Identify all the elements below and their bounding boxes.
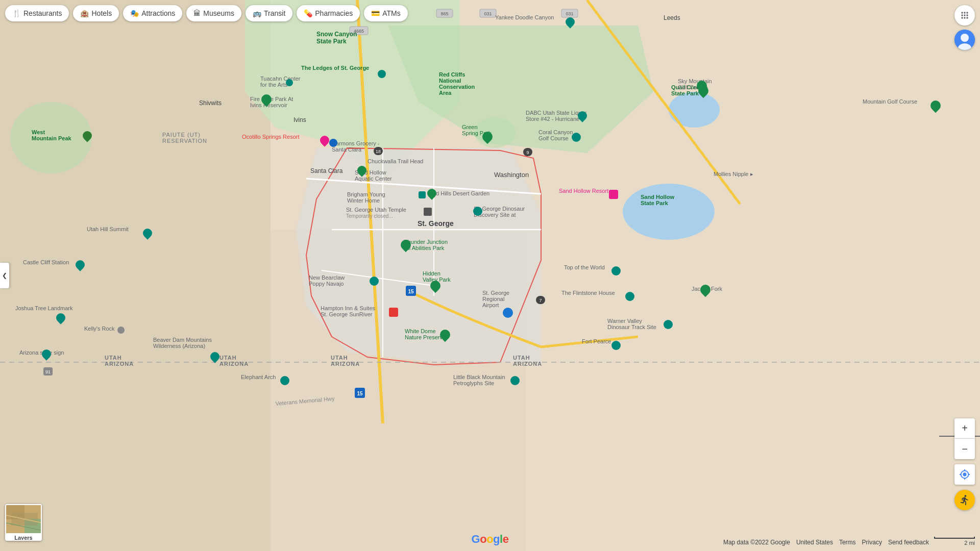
scale-line — [934, 537, 975, 539]
scale-label: 2 mi — [964, 540, 975, 546]
map-data-label: Map data ©2022 Google — [723, 539, 790, 546]
svg-text:15: 15 — [357, 391, 363, 396]
svg-text:91: 91 — [45, 369, 51, 374]
svg-text:9: 9 — [526, 150, 529, 155]
marker-harmons[interactable] — [329, 139, 337, 147]
marker-sg-dino[interactable] — [473, 207, 482, 216]
layers-label: Layers — [6, 533, 41, 541]
zoom-out-button[interactable]: − — [954, 439, 975, 459]
chevron-left-icon: ❮ — [2, 272, 7, 279]
marker-top-world[interactable] — [611, 266, 621, 276]
zoom-in-button[interactable]: + — [954, 418, 975, 439]
map-container[interactable]: 15 15 18 7 9 91 4665 031 031 — [0, 0, 980, 551]
marker-sand-hollow-resort[interactable] — [609, 190, 618, 199]
svg-point-42 — [961, 34, 969, 42]
svg-text:865: 865 — [440, 11, 448, 16]
privacy-link[interactable]: Privacy — [862, 539, 882, 546]
chip-pharmacies[interactable]: 💊 Pharmacies — [297, 5, 360, 21]
hotels-icon: 🏨 — [80, 9, 89, 17]
chip-atms[interactable]: 💳 ATMs — [364, 5, 408, 21]
marker-sg-temple[interactable] — [424, 208, 432, 216]
location-button[interactable] — [954, 464, 975, 485]
map-svg: 15 15 18 7 9 91 4665 031 031 — [0, 0, 980, 551]
user-avatar[interactable] — [954, 30, 975, 50]
svg-rect-1 — [0, 0, 271, 551]
top-bar: 🍴 Restaurants 🏨 Hotels 🎭 Attractions 🏛 M… — [5, 5, 408, 21]
pharmacies-icon: 💊 — [304, 9, 312, 17]
restaurants-icon: 🍴 — [12, 9, 21, 17]
museums-icon: 🏛 — [193, 9, 201, 17]
sidebar-collapse-arrow[interactable]: ❮ — [0, 263, 9, 288]
svg-text:4665: 4665 — [354, 29, 364, 34]
transit-icon: 🚌 — [253, 9, 261, 17]
marker-airport[interactable] — [503, 308, 513, 318]
chip-transit[interactable]: 🚌 Transit — [246, 5, 292, 21]
zoom-controls: + − — [954, 418, 975, 459]
google-logo: Google — [472, 533, 509, 545]
marker-coral-canyon[interactable] — [572, 133, 581, 142]
country-label[interactable]: United States — [796, 539, 833, 546]
svg-text:031: 031 — [566, 11, 573, 16]
apps-button[interactable] — [954, 5, 975, 26]
terms-link[interactable]: Terms — [839, 539, 856, 546]
attractions-icon: 🎭 — [130, 9, 139, 17]
svg-point-8 — [475, 117, 516, 148]
svg-text:15: 15 — [408, 289, 414, 294]
marker-elephant-arch[interactable] — [280, 376, 289, 385]
svg-point-6 — [669, 92, 720, 128]
marker-fort-pearce[interactable] — [611, 341, 621, 350]
scale-bar: 2 mi — [934, 537, 975, 546]
svg-text:7: 7 — [539, 298, 542, 303]
layers-button[interactable]: Layers — [5, 504, 42, 541]
street-view-button[interactable] — [954, 490, 975, 510]
marker-brigham-young[interactable] — [419, 191, 426, 198]
right-controls — [954, 5, 975, 50]
marker-tuacahn[interactable] — [286, 79, 293, 86]
chip-museums[interactable]: 🏛 Museums — [186, 5, 241, 21]
marker-warner-dino[interactable] — [664, 320, 673, 329]
marker-hampton[interactable] — [389, 308, 398, 317]
atms-icon: 💳 — [371, 9, 380, 17]
footer-links: Map data ©2022 Google United States Term… — [723, 539, 929, 546]
marker-ledges[interactable] — [378, 70, 386, 78]
marker-kellys-rock[interactable] — [117, 327, 125, 334]
chip-restaurants[interactable]: 🍴 Restaurants — [5, 5, 69, 21]
chip-hotels[interactable]: 🏨 Hotels — [73, 5, 119, 21]
marker-flintstone[interactable] — [625, 292, 634, 301]
marker-little-black-mtn[interactable] — [510, 376, 520, 385]
svg-text:031: 031 — [484, 11, 492, 16]
svg-text:18: 18 — [376, 149, 381, 154]
svg-point-7 — [10, 102, 92, 173]
chip-attractions[interactable]: 🎭 Attractions — [123, 5, 182, 21]
marker-bearclaw[interactable] — [370, 277, 379, 286]
google-logo-container: Google — [472, 533, 509, 546]
layers-thumbnail — [6, 505, 41, 533]
svg-point-5 — [623, 184, 715, 240]
send-feedback-link[interactable]: Send feedback — [888, 539, 929, 546]
